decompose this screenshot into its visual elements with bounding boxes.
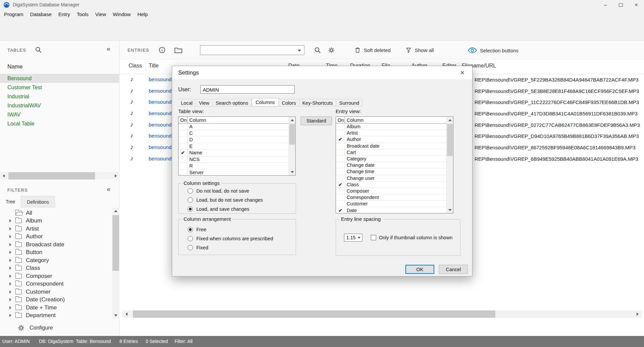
tree-item[interactable]: Button xyxy=(0,249,112,257)
check-mark[interactable] xyxy=(336,188,345,194)
scrollbar-thumb[interactable] xyxy=(289,124,295,145)
dialog-tab[interactable]: Search options xyxy=(213,99,252,106)
menu-item[interactable]: Help xyxy=(134,11,151,17)
entry-title-link[interactable]: bensound- xyxy=(149,156,173,162)
check-mark[interactable] xyxy=(179,130,188,137)
tab-definitions[interactable]: Definitions xyxy=(21,196,55,207)
column-row[interactable]: ✔ Date xyxy=(336,207,446,213)
column-row[interactable]: Category xyxy=(336,156,446,162)
check-mark[interactable]: ✔ xyxy=(179,150,188,156)
thumbnail-checkbox[interactable] xyxy=(371,235,376,240)
ok-button[interactable]: OK xyxy=(405,265,434,274)
radio-icon[interactable] xyxy=(188,227,193,232)
configure-button[interactable]: Configure xyxy=(0,321,119,334)
tree-item[interactable]: Artist xyxy=(0,225,112,233)
collapse-filters-icon[interactable]: « xyxy=(107,185,110,193)
scroll-up-button[interactable] xyxy=(447,117,453,123)
column-row[interactable]: Change date xyxy=(336,162,446,168)
expand-arrow-icon[interactable] xyxy=(9,219,11,222)
entry-title-link[interactable]: bensound- xyxy=(149,110,173,116)
table-item[interactable]: IWAV xyxy=(0,110,119,119)
check-mark[interactable] xyxy=(179,143,188,150)
list-vertical-scrollbar[interactable] xyxy=(446,117,453,213)
minimize-button[interactable]: – xyxy=(598,0,613,10)
column-row[interactable]: ✔ Class xyxy=(336,182,446,188)
tab-tree[interactable]: Tree xyxy=(0,196,21,207)
scroll-down-button[interactable] xyxy=(289,169,295,175)
check-mark[interactable]: ✔ xyxy=(336,182,345,188)
scroll-up-button[interactable] xyxy=(112,208,119,214)
list-vertical-scrollbar[interactable] xyxy=(289,117,295,175)
expand-arrow-icon[interactable] xyxy=(9,314,11,317)
on-column-header[interactable]: On xyxy=(336,117,345,123)
expand-arrow-icon[interactable] xyxy=(9,290,11,294)
check-mark[interactable] xyxy=(336,149,345,155)
radio-option[interactable]: Do not load, do not save xyxy=(179,186,296,195)
column-row[interactable]: Composer xyxy=(336,188,446,194)
search-icon[interactable] xyxy=(314,47,321,54)
menu-item[interactable]: Entry xyxy=(55,11,73,17)
expand-arrow-icon[interactable] xyxy=(9,275,11,278)
tree-item[interactable]: All xyxy=(0,209,112,217)
soft-deleted-button[interactable]: Soft deleted xyxy=(354,47,391,54)
radio-option[interactable]: Free xyxy=(179,225,296,234)
column-row[interactable]: Artist xyxy=(336,130,446,136)
dialog-tab[interactable]: Surround xyxy=(336,99,363,106)
scrollbar-thumb[interactable] xyxy=(133,310,495,318)
close-button[interactable]: × xyxy=(629,0,644,10)
column-row[interactable]: C xyxy=(179,130,289,137)
radio-option[interactable]: Fixed when columns are prescribed xyxy=(179,234,296,243)
entry-title-link[interactable]: bensound- xyxy=(149,88,173,94)
expand-arrow-icon[interactable] xyxy=(9,282,11,286)
check-mark[interactable] xyxy=(336,123,345,130)
expand-arrow-icon[interactable] xyxy=(9,243,11,246)
tables-search-icon[interactable] xyxy=(35,46,42,53)
tree-item[interactable]: Date (Creation) xyxy=(0,296,112,304)
column-row[interactable]: E xyxy=(179,143,289,150)
check-mark[interactable] xyxy=(336,156,345,162)
tree-item[interactable]: Date + Time xyxy=(0,304,112,312)
menu-item[interactable]: View xyxy=(92,11,109,17)
line-spacing-select[interactable]: 1.15 xyxy=(344,234,362,242)
check-mark[interactable] xyxy=(336,130,345,136)
table-item[interactable]: Customer Test xyxy=(0,83,119,92)
check-mark[interactable] xyxy=(336,143,345,149)
dropdown-arrow-icon[interactable] xyxy=(298,50,301,52)
check-mark[interactable] xyxy=(179,123,188,130)
scroll-down-button[interactable] xyxy=(447,207,453,213)
table-item[interactable]: Industrial xyxy=(0,92,119,101)
tree-item[interactable]: Broadcast date xyxy=(0,241,112,249)
column-row[interactable]: A xyxy=(179,123,289,130)
check-mark[interactable] xyxy=(179,163,188,169)
table-item[interactable]: Local Table xyxy=(0,119,119,128)
radio-icon[interactable] xyxy=(188,197,193,203)
tree-item[interactable]: Category xyxy=(0,256,112,264)
folder-icon[interactable] xyxy=(175,47,182,53)
scroll-up-button[interactable] xyxy=(289,117,295,123)
expand-arrow-icon[interactable] xyxy=(9,251,11,254)
expand-arrow-icon[interactable] xyxy=(9,235,11,238)
scroll-down-button[interactable] xyxy=(112,312,119,319)
scroll-left-button[interactable] xyxy=(123,310,130,318)
tree-item[interactable]: Class xyxy=(0,264,112,272)
search-settings-gear-icon[interactable] xyxy=(328,47,335,54)
table-item[interactable]: Bensound xyxy=(0,74,119,83)
check-mark[interactable] xyxy=(336,175,345,181)
check-mark[interactable] xyxy=(336,162,345,168)
menu-item[interactable]: Tools xyxy=(73,11,92,17)
col-header-title[interactable]: Title xyxy=(149,63,159,69)
selection-buttons-toggle[interactable]: Selection buttons xyxy=(468,47,518,53)
check-mark[interactable] xyxy=(179,169,188,176)
menu-item[interactable]: Program xyxy=(1,11,27,17)
tree-item[interactable]: Album xyxy=(0,217,112,225)
check-mark[interactable]: ✔ xyxy=(336,207,345,213)
scroll-right-button[interactable] xyxy=(634,310,641,318)
radio-icon[interactable] xyxy=(188,188,193,194)
entry-title-link[interactable]: bensound- xyxy=(149,122,173,128)
column-row[interactable]: ✔ Author xyxy=(336,136,446,143)
radio-option[interactable]: Fixed xyxy=(179,243,296,252)
menu-item[interactable]: Database xyxy=(27,11,55,17)
expand-arrow-icon[interactable] xyxy=(9,298,11,301)
scrollbar-thumb[interactable] xyxy=(8,172,95,180)
check-mark[interactable] xyxy=(336,168,345,175)
